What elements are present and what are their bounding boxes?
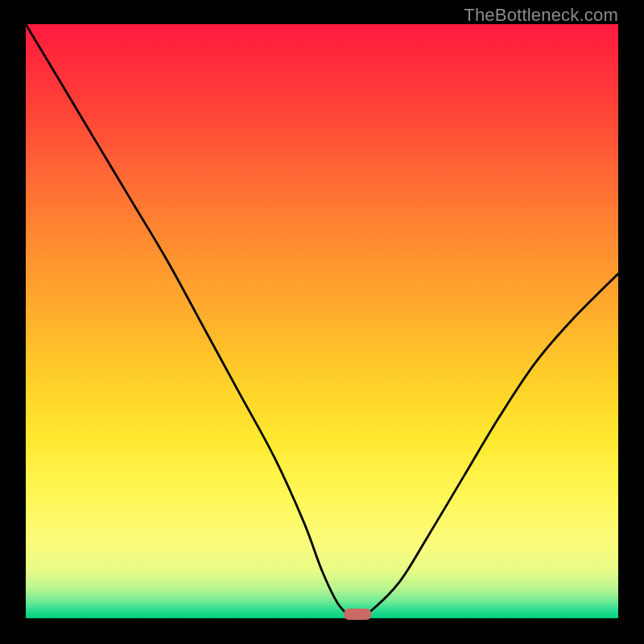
- plot-area: [26, 24, 618, 618]
- watermark-text: TheBottleneck.com: [464, 5, 618, 26]
- optimal-marker: [26, 24, 618, 618]
- chart-frame: TheBottleneck.com: [0, 0, 644, 644]
- optimal-point-marker: [344, 609, 371, 620]
